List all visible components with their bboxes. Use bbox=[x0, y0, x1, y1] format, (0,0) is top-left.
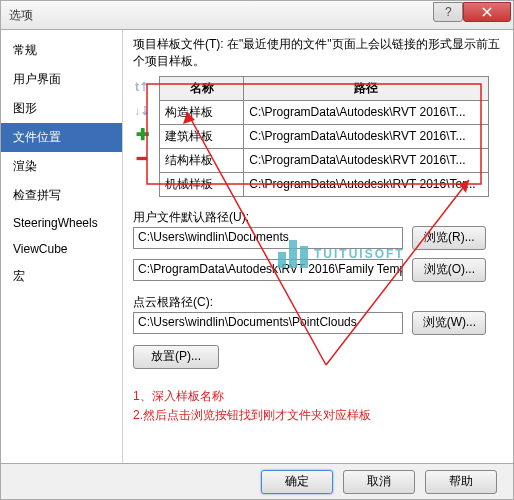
help-button[interactable]: ? bbox=[433, 2, 463, 22]
pointcloud-path-input[interactable]: C:\Users\windlin\Documents\PointClouds bbox=[133, 312, 403, 334]
sidebar-item-graphics[interactable]: 图形 bbox=[1, 94, 122, 123]
sidebar-item-label: 宏 bbox=[13, 269, 25, 283]
cell-name[interactable]: 建筑样板 bbox=[160, 124, 244, 148]
sidebar-item-file-location[interactable]: 文件位置 bbox=[1, 123, 122, 152]
annotation-line1: 1、深入样板名称 bbox=[133, 387, 503, 406]
default-path-input[interactable]: C:\Users\windlin\Documents bbox=[133, 227, 403, 249]
sidebar-item-label: 常规 bbox=[13, 43, 37, 57]
browse-pointcloud-button[interactable]: 浏览(W)... bbox=[412, 311, 486, 335]
table-row[interactable]: 建筑样板C:\ProgramData\Autodesk\RVT 2016\T..… bbox=[160, 124, 489, 148]
sidebar-item-steeringwheels[interactable]: SteeringWheels bbox=[1, 210, 122, 236]
default-path-label: 用户文件默认路径(U): bbox=[133, 209, 503, 226]
table-row[interactable]: 结构样板C:\ProgramData\Autodesk\RVT 2016\T..… bbox=[160, 148, 489, 172]
sidebar-item-label: 文件位置 bbox=[13, 130, 61, 144]
sidebar-item-viewcube[interactable]: ViewCube bbox=[1, 236, 122, 262]
cell-name[interactable]: 构造样板 bbox=[160, 100, 244, 124]
cancel-button[interactable]: 取消 bbox=[343, 470, 415, 494]
sidebar-item-general[interactable]: 常规 bbox=[1, 36, 122, 65]
cell-path[interactable]: C:\ProgramData\Autodesk\RVT 2016\T... bbox=[244, 148, 489, 172]
col-header-path: 路径 bbox=[244, 76, 489, 100]
sidebar-item-macro[interactable]: 宏 bbox=[1, 262, 122, 291]
window-title: 选项 bbox=[9, 7, 33, 24]
sidebar-item-label: 用户界面 bbox=[13, 72, 61, 86]
add-button[interactable]: ✚ bbox=[133, 126, 151, 144]
table-tools: t⇡ ↓⇣ ✚ ━ bbox=[133, 78, 153, 168]
table-row[interactable]: 机械样板C:\ProgramData\Autodesk\RVT 2016\Ter… bbox=[160, 172, 489, 196]
cell-path[interactable]: C:\ProgramData\Autodesk\RVT 2016\T... bbox=[244, 124, 489, 148]
sidebar: 常规 用户界面 图形 文件位置 渲染 检查拼写 SteeringWheels V… bbox=[1, 30, 123, 463]
browse-family-button[interactable]: 浏览(O)... bbox=[412, 258, 486, 282]
move-down-button[interactable]: ↓⇣ bbox=[133, 102, 151, 120]
sidebar-item-label: ViewCube bbox=[13, 242, 67, 256]
cell-name[interactable]: 机械样板 bbox=[160, 172, 244, 196]
sidebar-item-ui[interactable]: 用户界面 bbox=[1, 65, 122, 94]
place-button[interactable]: 放置(P)... bbox=[133, 345, 219, 369]
sidebar-item-label: 图形 bbox=[13, 101, 37, 115]
table-row[interactable]: 构造样板C:\ProgramData\Autodesk\RVT 2016\T..… bbox=[160, 100, 489, 124]
close-button[interactable] bbox=[463, 2, 511, 22]
template-table: 名称 路径 构造样板C:\ProgramData\Autodesk\RVT 20… bbox=[159, 76, 489, 197]
sidebar-item-spellcheck[interactable]: 检查拼写 bbox=[1, 181, 122, 210]
window-controls: ? bbox=[433, 2, 511, 22]
cell-path[interactable]: C:\ProgramData\Autodesk\RVT 2016\Ter... bbox=[244, 172, 489, 196]
cell-name[interactable]: 结构样板 bbox=[160, 148, 244, 172]
sidebar-item-render[interactable]: 渲染 bbox=[1, 152, 122, 181]
pointcloud-path-label: 点云根路径(C): bbox=[133, 294, 503, 311]
help-button-footer[interactable]: 帮助 bbox=[425, 470, 497, 494]
content-panel: 项目样板文件(T): 在"最近使用的文件"页面上会以链接的形式显示前五个项目样板… bbox=[123, 30, 513, 463]
sidebar-item-label: 检查拼写 bbox=[13, 188, 61, 202]
annotation-text: 1、深入样板名称 2.然后点击浏览按钮找到刚才文件夹对应样板 bbox=[133, 387, 503, 425]
remove-button[interactable]: ━ bbox=[133, 150, 151, 168]
sidebar-item-label: SteeringWheels bbox=[13, 216, 98, 230]
sidebar-item-label: 渲染 bbox=[13, 159, 37, 173]
ok-button[interactable]: 确定 bbox=[261, 470, 333, 494]
titlebar: 选项 ? bbox=[0, 0, 514, 30]
svg-text:?: ? bbox=[445, 7, 452, 17]
move-up-button[interactable]: t⇡ bbox=[133, 78, 151, 96]
browse-default-button[interactable]: 浏览(R)... bbox=[412, 226, 486, 250]
cell-path[interactable]: C:\ProgramData\Autodesk\RVT 2016\T... bbox=[244, 100, 489, 124]
description-text: 项目样板文件(T): 在"最近使用的文件"页面上会以链接的形式显示前五个项目样板… bbox=[133, 36, 503, 70]
family-path-input[interactable]: C:\ProgramData\Autodesk\RVT 2016\Family … bbox=[133, 259, 403, 281]
annotation-line2: 2.然后点击浏览按钮找到刚才文件夹对应样板 bbox=[133, 406, 503, 425]
col-header-name: 名称 bbox=[160, 76, 244, 100]
dialog-footer: 确定 取消 帮助 bbox=[0, 464, 514, 500]
